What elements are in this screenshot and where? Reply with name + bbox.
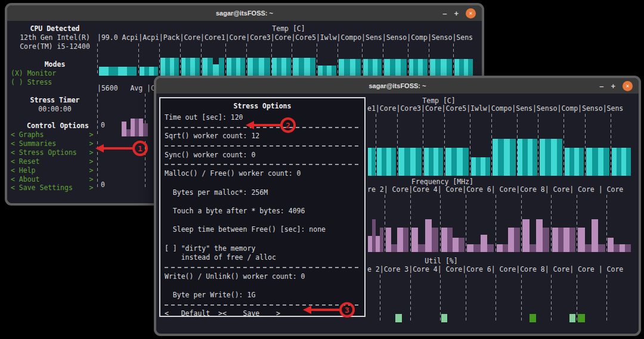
malloc-workers-row[interactable]: Malloc() / Free() worker count: 0 <box>165 169 360 179</box>
util-graph-title: Util [%] <box>382 257 501 265</box>
arrow-left-icon <box>303 306 311 314</box>
annotation-number: 2 <box>280 117 296 133</box>
terminal-window-front: sagar@itsFOSS: ~ – + ✕ Stress Options Ti… <box>154 76 641 336</box>
freq-graph <box>367 195 632 252</box>
temp-graph <box>97 43 474 76</box>
stress-timer-value: 00:00:00 <box>7 105 103 113</box>
mode-stress-radio[interactable]: ( ) Stress <box>11 78 52 86</box>
maximize-button[interactable]: + <box>611 82 615 90</box>
modes-heading: Modes <box>7 60 103 69</box>
freq-graph-title: Frequency [MHz] <box>383 178 502 186</box>
touch-byte-row[interactable]: Touch a byte after * bytes: 4096 <box>165 207 360 216</box>
dirty-memory-checkbox[interactable]: [ ] "dirty" the memory <box>165 244 360 254</box>
menu-item-about[interactable]: < About > <box>11 175 95 184</box>
cpu-detected-heading: CPU Detected <box>7 24 103 33</box>
temp-graph <box>367 114 632 176</box>
divider <box>165 141 360 151</box>
menu-item-help[interactable]: < Help > <box>11 166 95 175</box>
menu-item-reset[interactable]: < Reset > <box>11 157 95 166</box>
util-zero-label: 0 <box>101 181 105 189</box>
cpu-model-line2: Core(TM) i5-12400 <box>7 42 103 51</box>
temp-graph-title: Temp [C] <box>379 97 499 105</box>
annotation-2: 2 <box>246 117 298 133</box>
write-workers-row[interactable]: Write() / Unlink() worker count: 0 <box>165 272 360 282</box>
window-title: sagar@itsFOSS: ~ <box>216 10 273 17</box>
spacer <box>165 197 360 207</box>
minimize-button[interactable]: – <box>442 10 447 17</box>
divider <box>165 263 360 272</box>
freq-graph-sliver <box>120 94 149 136</box>
dialog-title: Stress Options <box>165 101 360 113</box>
sleep-time-row[interactable]: Sleep time between Free() [sec]: none <box>165 225 360 235</box>
bytes-per-malloc-row[interactable]: Bytes per malloc*: 256M <box>165 188 360 198</box>
titlebar[interactable]: sagar@itsFOSS: ~ – + ✕ <box>7 5 482 21</box>
cpu-model-line1: 12th Gen Intel(R) <box>7 33 103 42</box>
util-graph-labels: e 2|Core 3|Core 4| Core|Core 6| Core|Cor… <box>367 265 623 273</box>
close-button[interactable]: ✕ <box>466 8 476 18</box>
temp-graph-labels: e1|Core|Core3|Core|Core5|Iwlw|Compo|Sens… <box>367 104 623 113</box>
dirty-memory-caption: instead of free / alloc <box>165 253 360 263</box>
util-graph <box>367 275 632 322</box>
arrow-left-icon <box>246 121 254 129</box>
sqrt-workers-row[interactable]: Sqrt() worker count: 12 <box>165 132 360 141</box>
mode-monitor-radio[interactable]: (X) Monitor <box>11 69 56 77</box>
arrow-left-icon <box>95 144 104 153</box>
annotation-1: 1 <box>95 141 150 156</box>
window-title: sagar@itsFOSS: ~ <box>369 82 426 89</box>
menu-item-graphs[interactable]: < Graphs > <box>11 130 95 139</box>
terminal-content: Stress Options Time out [sec]: 120 Sqrt(… <box>156 94 639 334</box>
titlebar[interactable]: sagar@itsFOSS: ~ – + ✕ <box>156 78 639 94</box>
annotation-number: 1 <box>132 141 148 156</box>
spacer <box>165 179 360 188</box>
control-options-heading: Control Options <box>7 122 109 130</box>
stress-timer-heading: Stress Timer <box>7 96 103 104</box>
temp-graph-title: Temp [C] <box>229 24 348 33</box>
sync-workers-row[interactable]: Sync() worker count: 0 <box>165 151 360 160</box>
annotation-number: 3 <box>339 302 355 318</box>
menu-item-stress-options[interactable]: < Stress Options > <box>11 148 95 157</box>
menu-item-summaries[interactable]: < Summaries > <box>11 139 95 148</box>
minimize-button[interactable]: – <box>599 82 603 90</box>
freq-graph-labels: re 2| Core|Core 4| Core|Core 6| Core|Cor… <box>367 185 623 194</box>
freq-zero-label: 0 <box>101 121 105 129</box>
close-button[interactable]: ✕ <box>623 81 633 91</box>
menu-item-save-settings[interactable]: < Save Settings > <box>11 184 95 192</box>
divider <box>165 160 360 169</box>
byte-per-write-row[interactable]: Byte per Write(): 1G <box>165 291 360 300</box>
spacer <box>165 216 360 226</box>
temp-graph-labels: |99.0 Acpi|Acpi|Pack|Core|Core1|Core|Cor… <box>97 33 473 42</box>
freq-scale-row: |5600 Avg |C <box>97 84 155 92</box>
spacer <box>165 235 360 244</box>
annotation-3: 3 <box>303 302 357 318</box>
default-button[interactable]: < Default > <box>165 309 222 319</box>
save-button[interactable]: < Save > <box>222 309 280 319</box>
maximize-button[interactable]: + <box>454 10 459 17</box>
spacer <box>165 281 360 291</box>
